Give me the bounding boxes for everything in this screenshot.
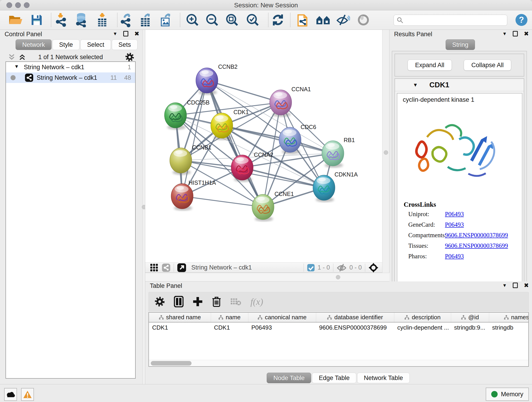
network-node-RB1[interactable]: RB1 [322,137,355,166]
tab-edge-table[interactable]: Edge Table [312,373,356,383]
genecard-link[interactable]: P06493 [445,221,464,232]
cloud-status-button[interactable] [4,388,17,401]
show-hide-details-button[interactable] [334,12,352,28]
zoom-out-button[interactable] [203,12,221,28]
column-header[interactable]: namespace [489,313,529,322]
import-string-network-button[interactable] [294,12,311,28]
help-button[interactable]: ? [513,12,530,28]
network-node-HIST1H1A[interactable]: HIST1H1A [171,179,216,209]
open-in-window-icon[interactable] [177,263,186,272]
table-cell[interactable]: CDK1 [149,322,211,333]
export-network-button[interactable] [118,12,135,28]
delete-table-icon[interactable] [230,298,241,306]
close-panel-icon[interactable]: ✖ [524,31,529,37]
show-columns-icon[interactable] [174,296,184,307]
close-panel-icon[interactable]: ✖ [524,282,529,288]
left-splitter[interactable] [143,30,145,384]
search-field[interactable] [394,15,507,26]
create-column-icon[interactable] [193,297,203,307]
refresh-button[interactable] [269,12,287,28]
tab-select[interactable]: Select [80,39,111,50]
gene-section-header[interactable]: ▼ CDK1 [395,79,524,91]
hidden-eye-icon[interactable] [336,264,347,272]
table-cell[interactable]: cyclin-dependent ... [394,322,451,333]
column-header[interactable]: canonical name [248,313,316,322]
open-session-button[interactable] [7,12,24,28]
search-input[interactable] [404,17,502,24]
zoom-fit-button[interactable] [223,12,241,28]
float-panel-icon[interactable] [123,31,128,36]
horizontal-splitter-handle[interactable] [336,275,340,279]
network-collection-row[interactable]: ▼ String Network – cdk1 1 [6,62,135,72]
delete-column-icon[interactable] [212,296,221,307]
column-header[interactable]: shared name [149,313,211,322]
network-overview-button[interactable] [314,12,332,28]
network-canvas[interactable]: CCNB2CCNA1CDC25BCDK1CDC6RB1CCNB1CCNA2CDK… [145,30,382,262]
memory-button[interactable]: Memory [486,388,529,401]
tissues-link[interactable]: 9606.ENSP00000378699 [445,242,508,253]
table-cell[interactable]: 9606.ENSP00000378699 [316,322,394,333]
warnings-button[interactable] [21,388,34,401]
collection-expand-icon[interactable]: ▼ [14,64,19,69]
panel-menu-icon[interactable]: ▼ [502,32,507,36]
compartments-link[interactable]: 9606.ENSP00000378699 [445,232,508,242]
table-horizontal-scrollbar[interactable] [149,360,528,366]
pharos-link[interactable]: P06493 [445,253,464,263]
float-panel-icon[interactable] [513,31,518,36]
tab-network-table[interactable]: Network Table [357,373,410,383]
network-node-CCNB1[interactable]: CCNB1 [170,144,211,173]
panel-menu-icon[interactable]: ▼ [502,283,507,288]
network-node-CDKN1A[interactable]: CDKN1A [313,171,358,200]
export-image-button[interactable] [157,12,175,28]
share-view-icon[interactable] [162,263,171,272]
export-table-button[interactable] [137,12,155,28]
column-header[interactable]: database identifier [316,313,394,322]
import-network-from-database-button[interactable] [73,12,90,28]
uniprot-link[interactable]: P06493 [445,211,464,221]
table-cell[interactable]: P06493 [248,322,316,333]
table-options-gear-icon[interactable] [155,297,165,307]
function-builder-icon[interactable]: f(x) [250,296,263,307]
gene-collapse-icon[interactable]: ▼ [413,82,418,88]
import-network-from-file-button[interactable] [53,12,70,28]
network-node-CDK1[interactable]: CDK1 [211,109,249,138]
tab-node-table[interactable]: Node Table [267,373,311,383]
tab-sets[interactable]: Sets [112,39,138,50]
column-header[interactable]: @id [451,313,489,322]
table-cell[interactable]: stringdb [489,322,529,333]
network-row-selected[interactable]: String Network – cdk1 11 48 [6,72,135,83]
right-splitter[interactable] [382,30,389,273]
import-table-from-file-button[interactable] [94,12,111,28]
node-label-HIST1H1A: HIST1H1A [189,179,216,186]
network-node-CCNE1[interactable]: CCNE1 [252,191,294,220]
zoom-selected-icon [246,13,259,27]
network-options-gear-icon[interactable] [125,52,134,62]
table-cell[interactable]: CDK1 [211,322,248,333]
save-session-button[interactable] [28,12,45,28]
float-panel-icon[interactable] [513,283,518,288]
table-cell[interactable]: stringdb:9... [451,322,489,333]
column-header[interactable]: description [394,313,451,322]
tab-string[interactable]: String [446,39,475,50]
tab-style[interactable]: Style [52,39,80,50]
scrollbar-thumb[interactable] [151,361,191,366]
zoom-in-button[interactable] [184,12,201,28]
column-header[interactable]: name [211,313,248,322]
column-hierarchy-icon [504,315,509,320]
network-node-CCNB2[interactable]: CCNB2 [196,64,238,93]
tab-network[interactable]: Network [16,39,51,50]
collapse-all-button[interactable]: Collapse All [464,60,511,70]
birdseye-view-button[interactable] [355,12,372,28]
fit-selection-crosshair-icon[interactable] [368,263,379,273]
right-splitter-handle[interactable] [384,150,388,155]
expand-all-button[interactable]: Expand All [408,60,452,70]
panel-menu-icon[interactable]: ▼ [113,32,117,36]
grid-view-icon[interactable] [150,263,158,272]
node-table[interactable]: shared namenamecanonical namedatabase id… [148,312,529,367]
zoom-selected-button[interactable] [244,12,261,28]
table-header-row[interactable]: shared namenamecanonical namedatabase id… [149,313,529,322]
network-node-CCNA1[interactable]: CCNA1 [270,86,311,115]
table-row[interactable]: CDK1CDK1P064939606.ENSP00000378699cyclin… [149,322,529,333]
selected-checkbox-icon[interactable] [307,264,315,272]
close-panel-icon[interactable]: ✖ [134,31,139,37]
